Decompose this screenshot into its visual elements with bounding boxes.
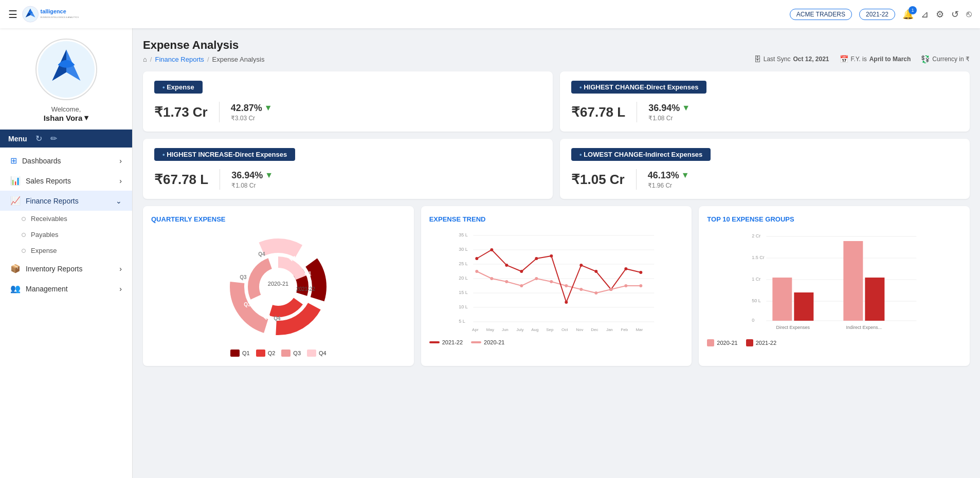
charts-row: QUARTERLY EXPENSE — [143, 206, 970, 366]
svg-text:July: July — [516, 327, 523, 332]
legend-q2-box — [256, 350, 265, 357]
highest-increase-direct-sub: ₹1.08 Cr — [231, 182, 273, 189]
chevron-right-icon: › — [119, 177, 122, 185]
home-icon[interactable]: ⌂ — [143, 56, 147, 63]
svg-text:15 L: 15 L — [459, 290, 468, 295]
line-chart-wrap: 35 L 30 L 25 L 20 L 15 L 10 L 5 L — [429, 230, 684, 345]
hamburger-icon[interactable]: ☰ — [8, 8, 17, 21]
notification-badge: 1 — [909, 6, 917, 14]
menu-bar: Menu ↻ ✏ — [0, 130, 132, 148]
bar-legend-2021-box — [746, 339, 753, 346]
svg-text:Q1: Q1 — [289, 255, 297, 261]
username-text: Ishan Vora ▾ — [44, 113, 89, 122]
sidebar-sub-receivables[interactable]: Receivables — [0, 211, 132, 227]
notification-button[interactable]: 🔔 1 — [902, 9, 914, 20]
settings-icon[interactable]: ⚙ — [936, 9, 944, 20]
svg-point-36 — [475, 257, 478, 260]
sidebar-sub-payables[interactable]: Payables — [0, 227, 132, 243]
expense-trend-card: EXPENSE TREND 35 L 30 L 25 L 20 L 15 L 1… — [421, 206, 692, 366]
legend-2021-22-box — [429, 341, 440, 343]
svg-text:2020-21: 2020-21 — [268, 281, 288, 287]
svg-text:Q1: Q1 — [305, 271, 312, 277]
svg-point-37 — [490, 248, 493, 251]
expense-change: 42.87% ▼ ₹3.03 Cr — [231, 103, 273, 122]
company-button[interactable]: ACME TRADERS — [790, 9, 852, 20]
sidebar-item-label: Inventory Reports — [26, 265, 83, 273]
svg-point-51 — [520, 284, 523, 287]
highest-change-direct-change: 36.94% ▼ ₹1.08 Cr — [648, 103, 690, 122]
filter-icon[interactable]: ⊿ — [921, 9, 929, 20]
sidebar-item-finance-reports[interactable]: 📈 Finance Reports ⌄ — [0, 191, 132, 211]
chevron-right-icon: › — [119, 157, 122, 165]
sidebar-item-label: Management — [26, 285, 68, 293]
svg-text:Q2: Q2 — [264, 314, 271, 320]
svg-text:Mar: Mar — [636, 327, 643, 332]
svg-text:50 L: 50 L — [752, 298, 761, 303]
svg-text:BUSINESS INTELLIGENCE & ANALYT: BUSINESS INTELLIGENCE & ANALYTICS — [41, 16, 79, 19]
legend-2020-21: 2020-21 — [471, 339, 504, 345]
bar-legend-2021: 2021-22 — [746, 339, 776, 346]
last-sync-label: Last Sync — [764, 56, 791, 63]
svg-text:talligence: talligence — [41, 8, 66, 14]
svg-point-54 — [565, 284, 568, 287]
svg-text:Dec: Dec — [591, 327, 598, 332]
sidebar-item-sales-reports[interactable]: 📊 Sales Reports › — [0, 171, 132, 191]
last-sync-meta: 🗄 Last Sync Oct 12, 2021 — [754, 55, 829, 63]
sync-icon: 🗄 — [754, 55, 761, 63]
highest-change-direct-values: ₹67.78 L 36.94% ▼ ₹1.08 Cr — [571, 102, 958, 122]
edit-icon[interactable]: ✏ — [50, 134, 57, 143]
bar-indirect-2021 — [865, 278, 885, 321]
currency-meta: 💱 Currency in ₹ — [921, 55, 970, 63]
donut-chart-area: 2020-21 2021-22 Q1 Q1 Q2 Q2 Q3 Q3 Q4 Q4 … — [151, 230, 406, 357]
year-button[interactable]: 2021-22 — [859, 9, 895, 20]
sidebar-item-management[interactable]: 👥 Management › — [0, 279, 132, 299]
svg-text:Q4: Q4 — [259, 251, 266, 257]
refresh-icon[interactable]: ↻ — [35, 134, 42, 143]
sub-dot-icon — [22, 249, 26, 253]
change-down-icon: ▼ — [682, 103, 690, 113]
svg-point-44 — [594, 270, 597, 273]
topnav-actions: ACME TRADERS 2021-22 🔔 1 ⊿ ⚙ ↺ ⎋ — [790, 9, 972, 20]
svg-text:Aug: Aug — [531, 327, 538, 332]
bar-chart-svg: 2 Cr 1.5 Cr 1 Cr 50 L 0 — [707, 230, 961, 333]
card-divider — [636, 169, 637, 190]
lowest-change-indirect-change: 46.13% ▼ ₹1.96 Cr — [648, 170, 689, 189]
dropdown-arrow-icon[interactable]: ▾ — [84, 113, 88, 122]
svg-text:Nov: Nov — [576, 327, 583, 332]
legend-2020-21-box — [471, 341, 481, 343]
welcome-text: Welcome, — [51, 105, 81, 113]
trend-chart-title: EXPENSE TREND — [429, 215, 684, 223]
svg-point-56 — [594, 291, 597, 295]
sidebar-item-dashboards[interactable]: ⊞ Dashboards › — [0, 151, 132, 171]
svg-text:10 L: 10 L — [459, 304, 468, 309]
bar-legend-2021-label: 2021-22 — [756, 340, 776, 346]
breadcrumb-meta: 🗄 Last Sync Oct 12, 2021 📅 F.Y. is April… — [754, 55, 970, 63]
currency-icon: 💱 — [921, 55, 930, 63]
svg-text:Direct Expenses: Direct Expenses — [776, 325, 810, 330]
svg-point-57 — [609, 288, 612, 291]
logo-area: talligence BUSINESS INTELLIGENCE & ANALY… — [22, 5, 94, 24]
breadcrumb-bar: ⌂ / Finance Reports / Expense Analysis 🗄… — [143, 55, 970, 63]
legend-q4-label: Q4 — [319, 350, 326, 356]
sidebar-item-label: Sales Reports — [26, 177, 71, 185]
legend-q4: Q4 — [307, 350, 326, 357]
menu-label: Menu — [8, 135, 27, 143]
svg-text:1.5 Cr: 1.5 Cr — [752, 255, 765, 260]
breadcrumb-sep: / — [150, 56, 152, 63]
breadcrumb-finance[interactable]: Finance Reports — [155, 56, 204, 63]
chevron-right-icon: › — [119, 265, 122, 273]
svg-text:Q3: Q3 — [244, 302, 251, 307]
breadcrumb-left: ⌂ / Finance Reports / Expense Analysis — [143, 56, 264, 63]
highest-increase-direct-change: 36.94% ▼ ₹1.08 Cr — [231, 170, 273, 189]
sub-dot-icon — [22, 233, 26, 237]
bar-indirect-2020 — [844, 241, 863, 321]
highest-change-direct-card: HIGHEST CHANGE-Direct Expenses ₹67.78 L … — [560, 71, 970, 132]
expense-main-value: ₹1.73 Cr — [154, 104, 208, 120]
logout-icon[interactable]: ⎋ — [966, 9, 972, 20]
legend-q1: Q1 — [230, 350, 250, 357]
change-down-icon: ▼ — [265, 171, 273, 180]
sidebar-sub-expense[interactable]: Expense — [0, 243, 132, 259]
finance-icon: 📈 — [10, 196, 21, 206]
sidebar-item-inventory-reports[interactable]: 📦 Inventory Reports › — [0, 259, 132, 279]
history-icon[interactable]: ↺ — [951, 9, 959, 20]
